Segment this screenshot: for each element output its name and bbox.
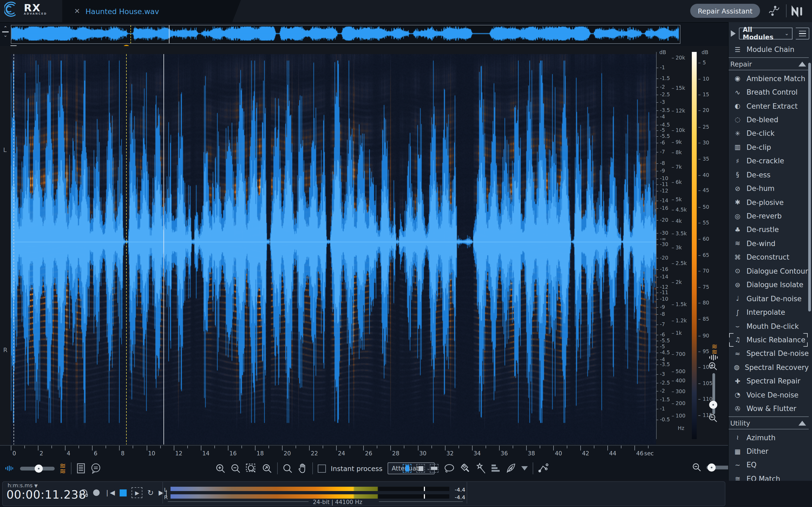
ruler-label: 65 xyxy=(703,252,709,258)
stop-button[interactable] xyxy=(120,489,127,496)
module-item-spectral-repair[interactable]: ✚Spectral Repair xyxy=(729,374,809,388)
selection-cursor-line[interactable] xyxy=(126,54,127,445)
overview-playhead[interactable] xyxy=(169,25,169,43)
module-item-guitar-de-noise[interactable]: ♩Guitar De-noise xyxy=(729,292,809,305)
sidebar-scrollbar[interactable] xyxy=(808,63,811,312)
spectrogram-opacity-icon: ≋≋ xyxy=(59,463,66,474)
ruler-label: 5 xyxy=(703,60,706,65)
frequency-selection-tool[interactable] xyxy=(430,464,439,473)
ruler-label: 4.5k xyxy=(675,207,687,212)
module-filter-select[interactable]: All Modules ⌄ xyxy=(739,27,793,40)
module-item-eq-match[interactable]: ≅EQ Match xyxy=(729,472,809,481)
spectrogram-canvas[interactable] xyxy=(11,54,656,445)
lasso-tool-icon[interactable] xyxy=(443,463,455,473)
module-item-spectral-de-noise[interactable]: ≈Spectral De-noise xyxy=(729,347,809,360)
overview-resize-control[interactable]: ⌃ ⌄ xyxy=(1,26,10,42)
zoom-in-icon[interactable] xyxy=(215,463,226,473)
monitor-icon[interactable] xyxy=(79,488,88,497)
module-item-de-bleed[interactable]: ◌De-bleed xyxy=(729,113,809,127)
module-item-breath-control[interactable]: ∿Breath Control xyxy=(729,86,809,99)
module-item-de-plosive[interactable]: ✱De-plosive xyxy=(729,195,809,209)
module-item-deconstruct[interactable]: ⌘Deconstruct xyxy=(729,250,809,264)
collapse-icon[interactable] xyxy=(799,421,806,426)
brush-tool-icon[interactable] xyxy=(460,463,470,474)
spectrogram-view-icon[interactable]: ≋≋ xyxy=(708,344,721,355)
ruler-label: -3 xyxy=(660,372,665,377)
overview-selection-marker[interactable] xyxy=(131,25,131,43)
module-item-interpolate[interactable]: ∫Interpolate xyxy=(729,305,809,319)
repair-assistant-button[interactable]: Repair Assistant xyxy=(690,4,760,18)
ruler-label: -16 xyxy=(660,206,668,210)
playhead-time-display[interactable]: 00:00:11.238 xyxy=(6,488,86,501)
vertical-zoom-in-icon[interactable] xyxy=(708,361,721,371)
hand-tool-icon[interactable] xyxy=(298,463,307,474)
collapse-icon[interactable] xyxy=(799,62,806,66)
module-item-de-wind[interactable]: ≋De-wind xyxy=(729,237,809,250)
module-item-dialogue-contour[interactable]: ⊙Dialogue Contour xyxy=(729,264,809,278)
module-item-de-click[interactable]: ✳De-click xyxy=(729,126,809,140)
waveform-overview[interactable] xyxy=(11,25,680,44)
module-item-dialogue-isolate[interactable]: ⊜Dialogue Isolate xyxy=(729,278,809,292)
preview-play-icon[interactable] xyxy=(731,30,736,37)
zoom-out-icon[interactable] xyxy=(231,463,241,473)
module-item-de-hum[interactable]: ⊘De-hum xyxy=(729,182,809,195)
module-item-ambience-match[interactable]: ◉Ambience Match xyxy=(729,72,809,86)
zoom-fit-icon[interactable] xyxy=(262,463,272,473)
section-header-repair[interactable]: Repair xyxy=(729,58,809,70)
channel-label-left: L xyxy=(3,147,6,154)
section-header-utility[interactable]: Utility xyxy=(729,417,809,430)
ruler-label: -7 xyxy=(660,149,665,154)
module-item-center-extract[interactable]: ◐Center Extract xyxy=(729,99,809,113)
module-item-de-clip[interactable]: ▥De-clip xyxy=(729,140,809,154)
adjust-layers-icon[interactable] xyxy=(492,464,501,473)
module-item-de-reverb[interactable]: ◎De-reverb xyxy=(729,209,809,223)
play-button[interactable]: ▶ xyxy=(132,487,143,498)
instant-process-checkbox[interactable] xyxy=(318,464,326,472)
ruler-label: -12 xyxy=(660,188,668,193)
module-item-eq[interactable]: ∼EQ xyxy=(729,458,809,472)
loop-button[interactable]: ↻ xyxy=(148,488,154,497)
go-to-start-button[interactable]: ❘◀ xyxy=(104,489,115,497)
vertical-zoom-slider-thumb[interactable] xyxy=(709,401,717,409)
waveform-view-icon[interactable] xyxy=(708,354,721,361)
module-item-spectral-recovery[interactable]: ◍Spectral Recovery xyxy=(729,360,809,374)
chevron-down-icon[interactable]: ⌄ xyxy=(3,33,7,38)
chevron-up-icon[interactable]: ⌃ xyxy=(3,26,7,31)
comments-icon[interactable] xyxy=(90,463,101,474)
horizontal-zoom-out-icon[interactable] xyxy=(692,462,702,472)
module-item-mouth-de-click[interactable]: ⌣Mouth De-click xyxy=(729,319,809,333)
time-format-label[interactable]: h:m:s.ms ▼ xyxy=(8,483,38,488)
module-item-de-crackle[interactable]: ♯De-crackle xyxy=(729,154,809,168)
overview-waveform-canvas[interactable] xyxy=(11,25,679,42)
zoom-selection-icon[interactable] xyxy=(246,463,257,473)
blend-slider-thumb[interactable] xyxy=(35,464,43,472)
signal-chain-icon[interactable] xyxy=(768,4,780,17)
feather-dropdown-icon[interactable] xyxy=(521,466,528,470)
time-ruler[interactable]: 0246810121416182022242628303234363840424… xyxy=(0,445,728,460)
module-menu-button[interactable] xyxy=(796,27,809,40)
vertical-zoom-out-icon[interactable] xyxy=(708,413,721,423)
module-item-wow-flutter[interactable]: ✇Wow & Flutter xyxy=(729,402,809,415)
module-item-music-rebalance[interactable]: ♫Music Rebalance xyxy=(729,333,809,347)
markers-list-icon[interactable] xyxy=(76,463,85,474)
tab-close-icon[interactable]: ✕ xyxy=(74,7,80,15)
edit-cursor-line[interactable] xyxy=(13,54,14,445)
horizontal-zoom-slider-thumb[interactable] xyxy=(708,463,716,471)
module-item-voice-de-noise[interactable]: ◔Voice De-noise xyxy=(729,388,809,402)
magnify-tool-icon[interactable] xyxy=(283,463,293,473)
draw-curve-tool-icon[interactable] xyxy=(538,463,549,474)
module-item-de-ess[interactable]: §De-ess xyxy=(729,168,809,182)
module-item-azimuth[interactable]: ≀Azimuth xyxy=(729,431,809,445)
time-frequency-selection-tool[interactable] xyxy=(416,464,425,473)
time-selection-tool[interactable] xyxy=(403,464,411,473)
feather-tool-icon[interactable] xyxy=(506,463,516,474)
playhead-line[interactable] xyxy=(163,54,164,445)
file-tab[interactable]: ✕ Haunted House.wav xyxy=(62,0,241,22)
module-item-de-rustle[interactable]: ♣De-rustle xyxy=(729,223,809,237)
ruler-label: 45 xyxy=(703,188,709,192)
record-button[interactable] xyxy=(93,490,100,496)
module-item-module-chain[interactable]: ☰Module Chain xyxy=(729,43,809,57)
module-item-dither[interactable]: ▦Dither xyxy=(729,445,809,458)
magic-wand-tool-icon[interactable] xyxy=(475,463,487,474)
waveform-spectrogram-blend-slider[interactable] xyxy=(20,466,55,470)
